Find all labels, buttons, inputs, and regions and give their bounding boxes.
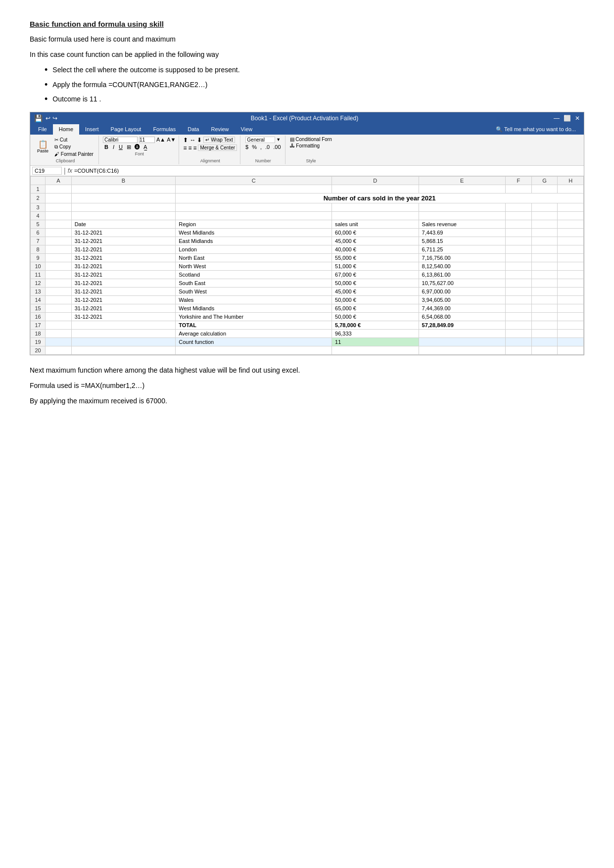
cell-12-0[interactable] (46, 279, 72, 287)
cell-10-0[interactable] (46, 262, 72, 270)
border-button[interactable]: ⊞ (126, 144, 132, 150)
formula-input[interactable] (74, 168, 582, 174)
row-header-11[interactable]: 11 (31, 270, 46, 279)
increase-font-icon[interactable]: A▲ (156, 137, 165, 143)
row-header-18[interactable]: 18 (31, 329, 46, 338)
align-bottom-icon[interactable]: ⬇ (197, 137, 202, 144)
cell-1-6[interactable] (531, 185, 558, 193)
col-header-g[interactable]: G (531, 176, 558, 185)
col-header-h[interactable]: H (558, 176, 584, 185)
bold-button[interactable]: B (103, 144, 110, 150)
cell-3-6[interactable] (531, 203, 558, 211)
cell-5-2[interactable]: Region (176, 220, 332, 228)
align-middle-icon[interactable]: ↔ (189, 137, 195, 144)
font-size-input[interactable] (139, 137, 155, 143)
cell-15-6[interactable] (531, 304, 558, 312)
cell-12-5[interactable] (506, 279, 532, 287)
cell-11-0[interactable] (46, 270, 72, 279)
percent-button[interactable]: % (251, 144, 258, 150)
cell-8-4[interactable]: 6,711.25 (419, 245, 505, 253)
cell-12-3[interactable]: 50,000 € (332, 279, 419, 287)
col-header-a[interactable]: A (46, 176, 72, 185)
cell-4-2[interactable] (176, 211, 332, 220)
cell-8-0[interactable] (46, 245, 72, 253)
span-title-cell[interactable]: Number of cars sold in the year 2021 (176, 193, 584, 203)
number-format-dropdown[interactable]: ▼ (276, 137, 281, 142)
cell-10-5[interactable] (506, 262, 532, 270)
cell-10-6[interactable] (531, 262, 558, 270)
row-header-1[interactable]: 1 (31, 185, 46, 193)
row-header-3[interactable]: 3 (31, 203, 46, 211)
cell-15-2[interactable]: West Midlands (176, 304, 332, 312)
cell-19-0[interactable] (46, 338, 72, 346)
cell-4-3[interactable] (332, 211, 419, 220)
cell-6-0[interactable] (46, 228, 72, 237)
cell-11-3[interactable]: 67,000 € (332, 270, 419, 279)
cell-3-2[interactable] (176, 203, 332, 211)
cell-5-7[interactable] (558, 220, 584, 228)
cell-14-1[interactable]: 31-12-2021 (71, 295, 176, 304)
cell-7-4[interactable]: 5,868.15 (419, 237, 505, 245)
cell-19-3[interactable]: 11 (332, 338, 419, 346)
cell-7-5[interactable] (506, 237, 532, 245)
col-header-f[interactable]: F (506, 176, 532, 185)
cell-1-4[interactable] (419, 185, 505, 193)
cell-16-3[interactable]: 50,000 € (332, 312, 419, 321)
cell-14-0[interactable] (46, 295, 72, 304)
excel-undo-icon[interactable]: ↩ (46, 115, 50, 122)
cell-7-1[interactable]: 31-12-2021 (71, 237, 176, 245)
cell-8-7[interactable] (558, 245, 584, 253)
cell-18-5[interactable] (506, 329, 532, 338)
conditional-formatting-button[interactable]: ▤ Conditional Forn (290, 137, 331, 142)
cell-16-6[interactable] (531, 312, 558, 321)
increase-decimal-button[interactable]: .0 (264, 144, 271, 150)
row-header-2[interactable]: 2 (31, 193, 46, 203)
cell-6-6[interactable] (531, 228, 558, 237)
cell-6-2[interactable]: West Midlands (176, 228, 332, 237)
cell-17-2[interactable]: TOTAL (176, 321, 332, 329)
cell-14-7[interactable] (558, 295, 584, 304)
font-family-input[interactable] (103, 137, 138, 143)
cell-8-3[interactable]: 40,000 € (332, 245, 419, 253)
underline-button[interactable]: U (117, 144, 124, 150)
cell-5-4[interactable]: Sales revenue (419, 220, 505, 228)
cell-12-2[interactable]: South East (176, 279, 332, 287)
excel-close-icon[interactable]: ✕ (575, 115, 580, 122)
number-format-input[interactable] (245, 137, 275, 143)
cell-13-2[interactable]: South West (176, 287, 332, 295)
cell-1-5[interactable] (506, 185, 532, 193)
italic-button[interactable]: I (111, 144, 116, 150)
cell-16-2[interactable]: Yorkshire and The Humber (176, 312, 332, 321)
tab-page-layout[interactable]: Page Layout (105, 124, 147, 135)
cell-16-4[interactable]: 6,54,068.00 (419, 312, 505, 321)
cell-15-0[interactable] (46, 304, 72, 312)
cell-11-2[interactable]: Scotland (176, 270, 332, 279)
cell-13-4[interactable]: 6,97,000.00 (419, 287, 505, 295)
cell-19-5[interactable] (506, 338, 532, 346)
cell-15-3[interactable]: 65,000 € (332, 304, 419, 312)
cell-1-1[interactable] (71, 185, 176, 193)
col-header-d[interactable]: D (332, 176, 419, 185)
cell-14-5[interactable] (506, 295, 532, 304)
cell-20-2[interactable] (176, 346, 332, 354)
cell-13-5[interactable] (506, 287, 532, 295)
cell-13-1[interactable]: 31-12-2021 (71, 287, 176, 295)
cell-18-7[interactable] (558, 329, 584, 338)
cell-14-2[interactable]: Wales (176, 295, 332, 304)
excel-redo-icon[interactable]: ↪ (52, 115, 57, 122)
cell-7-7[interactable] (558, 237, 584, 245)
cell-12-4[interactable]: 10,75,627.00 (419, 279, 505, 287)
cell-20-1[interactable] (71, 346, 176, 354)
cell-3-3[interactable] (332, 203, 419, 211)
cell-12-7[interactable] (558, 279, 584, 287)
cell-19-6[interactable] (531, 338, 558, 346)
cell-20-3[interactable] (332, 346, 419, 354)
cell-15-4[interactable]: 7,44,369.00 (419, 304, 505, 312)
cell-14-4[interactable]: 3,94,605.00 (419, 295, 505, 304)
cell-1-2[interactable] (176, 185, 332, 193)
cell-19-4[interactable] (419, 338, 505, 346)
cell-4-0[interactable] (46, 211, 72, 220)
cell-ref-input[interactable] (32, 167, 62, 175)
cell-10-1[interactable]: 31-12-2021 (71, 262, 176, 270)
cell-9-4[interactable]: 7,16,756.00 (419, 253, 505, 262)
